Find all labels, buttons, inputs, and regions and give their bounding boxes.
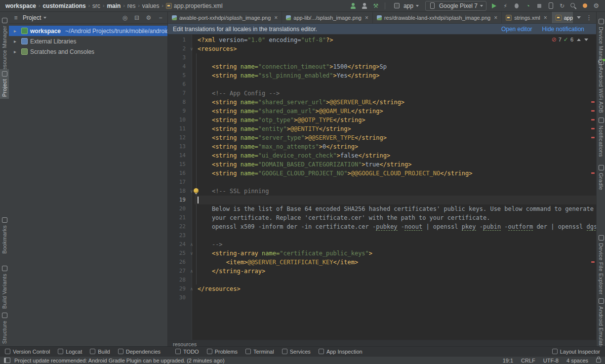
bottom-tool-problems[interactable]: Problems	[207, 349, 238, 355]
chevron-right-icon[interactable]: ▸	[14, 49, 19, 54]
bottom-tool-logcat[interactable]: Logcat	[58, 349, 82, 355]
sidebar-item-device-file-explorer[interactable]: Device File Explorer	[597, 233, 605, 296]
device-mirror-icon[interactable]	[547, 2, 555, 10]
breadcrumb-item[interactable]: values	[142, 2, 160, 9]
sidebar-item-build-variants[interactable]: Build Variants	[0, 264, 9, 311]
editor-tab[interactable]: strings.xml×	[502, 12, 552, 23]
code-line[interactable]: 23	[168, 231, 596, 240]
hide-panel-icon[interactable]: −	[157, 14, 164, 21]
fold-marker[interactable]: ∨	[189, 44, 195, 53]
code-line[interactable]: 25∨ <string-array name="certificate_publ…	[168, 249, 596, 258]
code-line[interactable]: 29∧</resources>	[168, 284, 596, 293]
profile-button[interactable]	[524, 2, 532, 10]
sidebar-item-notifications[interactable]: Notifications	[597, 116, 605, 159]
warning-stripe-mark[interactable]	[591, 137, 595, 138]
code-line[interactable]: 6	[168, 80, 596, 89]
breadcrumb-item[interactable]: res	[127, 2, 136, 9]
fold-marker[interactable]: ∨	[189, 249, 195, 258]
chevron-right-icon[interactable]: ▸	[14, 28, 19, 34]
code-line[interactable]: 10 <string name="otp_type">@@OTP_TYPE</s…	[168, 116, 596, 124]
sidebar-item-android-emulator[interactable]: Android Emulator	[597, 296, 605, 353]
code-line[interactable]: 16 <string name="GOOGLE_CLOUD_PROJECT_NO…	[168, 169, 596, 178]
close-icon[interactable]: ×	[274, 14, 278, 21]
code-line[interactable]: 20 Below is the list of Base 64 encoded …	[168, 204, 596, 213]
notifications-icon[interactable]	[581, 2, 589, 10]
warning-stripe-mark[interactable]	[591, 101, 595, 103]
sidebar-item-android-wifi-adb[interactable]: Android WiFi ADB	[597, 57, 605, 115]
editor-tab[interactable]: awable-port-xxhdpi/splash_image.png×	[168, 12, 282, 23]
tree-item-external-libraries[interactable]: ▸External Libraries	[9, 36, 167, 46]
code-line[interactable]: 7 <!-- App Config -->	[168, 89, 596, 98]
open-editor-link[interactable]: Open editor	[501, 26, 532, 33]
bottom-tool-todo[interactable]: TODO	[175, 349, 199, 355]
code-line[interactable]: 12 <string name="server_type">@@SERVER_T…	[168, 133, 596, 142]
bottom-tool-dependencies[interactable]: Dependencies	[118, 349, 161, 355]
code-line[interactable]: 30	[168, 293, 596, 302]
code-line[interactable]: 24∧ -->	[168, 240, 596, 249]
tree-item-scratches-and-consoles[interactable]: ▸Scratches and Consoles	[9, 46, 167, 57]
user-profile-icon[interactable]	[361, 2, 368, 10]
stop-button[interactable]	[535, 2, 543, 10]
line-separator[interactable]: CRLF	[521, 358, 535, 364]
sidebar-item-bookmarks[interactable]: Bookmarks	[0, 215, 9, 256]
caret-position[interactable]: 19:1	[503, 358, 513, 364]
bottom-tool-layout-inspector[interactable]: Layout Inspector	[552, 349, 600, 355]
code-line[interactable]: 26 <item>@@SERVER_CERTIFICATE_KEY</item>	[168, 258, 596, 267]
locate-file-icon[interactable]: ◎	[121, 14, 129, 21]
warning-stripe-mark[interactable]	[591, 119, 595, 121]
prev-issue-chevron-icon[interactable]	[577, 39, 581, 41]
debug-button[interactable]	[513, 2, 521, 10]
inspections-widget[interactable]: ⊘ 7 ✓ 6	[552, 36, 588, 43]
warning-stripe-mark[interactable]	[591, 172, 595, 174]
code-line[interactable]: 27∧ </string-array>	[168, 267, 596, 276]
search-everywhere-icon[interactable]	[569, 2, 577, 10]
warning-stripe-mark[interactable]	[591, 261, 595, 263]
fold-marker[interactable]: ∧	[189, 240, 195, 249]
code-line[interactable]: 14 <string name="ui_device_root_check">f…	[168, 151, 596, 160]
code-line[interactable]: 15 <string name="DOMAIN_BASED_CATEGORIZA…	[168, 160, 596, 169]
settings-gear-icon[interactable]	[592, 2, 600, 10]
device-select[interactable]: Google Pixel 7	[425, 1, 486, 11]
code-line[interactable]: 3	[168, 53, 596, 62]
warning-stripe-mark[interactable]	[591, 110, 595, 112]
sdk-manager-icon[interactable]	[372, 2, 380, 10]
tool-window-toggle-icon[interactable]	[4, 358, 10, 363]
fold-marker[interactable]: ∧	[189, 284, 195, 293]
project-view-select[interactable]: Project	[23, 14, 46, 21]
code-line[interactable]: 28	[168, 276, 596, 284]
status-message[interactable]: Project update recommended: Android Grad…	[14, 358, 225, 364]
sidebar-item-structure[interactable]: Structure	[0, 311, 9, 346]
run-button[interactable]	[490, 2, 498, 10]
chevron-right-icon[interactable]: ▸	[14, 39, 19, 44]
code-line[interactable]: 11 <string name="entity">@@ENTITY</strin…	[168, 124, 596, 133]
close-icon[interactable]: ×	[544, 14, 547, 21]
next-issue-chevron-icon[interactable]	[584, 39, 588, 41]
code-line[interactable]: 22 openssl x509 -inform der -in certific…	[168, 222, 596, 231]
editor-options-kebab-icon[interactable]: ⋮	[586, 14, 592, 21]
close-icon[interactable]: ×	[494, 14, 497, 21]
code-line[interactable]: 5 <string name="ssl_pinning_enabled">Yes…	[168, 71, 596, 80]
sidebar-item-project[interactable]: Project	[0, 69, 9, 99]
code-line[interactable]: 2∨<resources>	[168, 44, 596, 53]
device-manager-icon[interactable]	[349, 2, 357, 10]
editor-tab[interactable]: res/drawable-land-xxhdpi/splash_image.pn…	[373, 12, 502, 23]
bottom-tool-services[interactable]: Services	[282, 349, 311, 355]
breadcrumb-item[interactable]: main	[106, 2, 121, 9]
fold-marker[interactable]: ∧	[189, 267, 195, 276]
code-line[interactable]: 18∨ <!-- SSL pinning	[168, 187, 596, 196]
apply-changes-button[interactable]	[501, 2, 509, 10]
intention-bulb-icon[interactable]	[194, 188, 199, 193]
code-line[interactable]: 4 <string name="connection_timeout">1500…	[168, 62, 596, 71]
bottom-tool-build[interactable]: Build	[90, 349, 110, 355]
code-editor[interactable]: 1<?xml version="1.0" encoding="utf-8"?>2…	[168, 35, 596, 340]
hide-notification-link[interactable]: Hide notification	[542, 26, 584, 33]
file-encoding[interactable]: UTF-8	[543, 358, 559, 364]
run-configuration-select[interactable]: app	[390, 1, 422, 10]
code-line[interactable]: 8 <string name="shared_server_url">@@SER…	[168, 98, 596, 107]
code-line[interactable]: 9 <string name="shared_oam_url">@@OAM_UR…	[168, 107, 596, 116]
code-line[interactable]: 13 <string name="max_no_attempts">0</str…	[168, 142, 596, 151]
breadcrumb-item[interactable]: workspace	[5, 2, 37, 9]
code-line[interactable]: 1<?xml version="1.0" encoding="utf-8"?>	[168, 36, 596, 44]
warning-stripe-mark[interactable]	[591, 128, 595, 129]
sidebar-item-resource-manager[interactable]: Resource Manager	[0, 16, 9, 76]
